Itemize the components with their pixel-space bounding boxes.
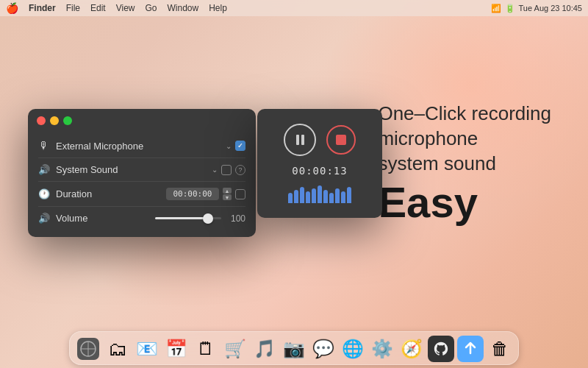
duration-icon: 🕐 [38,188,50,199]
system-sound-controls: ⌄ ? [212,165,245,175]
wave-bar-6 [318,185,322,203]
menubar-left: 🍎 Finder File Edit View Go Window Help [6,2,227,14]
close-button[interactable] [37,116,46,125]
wave-bar-11 [347,187,351,203]
pause-button[interactable] [284,124,316,156]
status-icons: 📶 🔋 Tue Aug 23 10:45 [491,4,582,13]
duration-controls: ▲ ▼ [166,188,245,200]
pause-bar-left [296,135,299,145]
dock-icon-calendar[interactable]: 📅 [163,336,190,362]
timer-display: 00:00:13 [292,165,347,177]
dock-icon-safari[interactable]: 🧭 [398,336,425,362]
dock-icon-store[interactable]: 🛒 [222,336,248,362]
volume-row: 🔊 Volume 100 [28,208,256,228]
microphone-row: 🎙 External Microphone ⌄ [28,135,256,156]
window-menu-item[interactable]: Window [168,3,199,13]
file-menu-item[interactable]: File [66,3,80,13]
duration-label: Duration [56,188,160,199]
dock-icon-mail[interactable]: 📧 [134,336,160,362]
minimize-button[interactable] [50,116,59,125]
dock-icon-music[interactable]: 🎵 [251,336,278,362]
text-line-2: microphone [378,127,551,152]
system-sound-icon: 🔊 [38,164,50,175]
wave-bar-5 [312,188,316,203]
pause-icon [296,135,304,145]
dock-icon-finder[interactable]: 🗂 [104,336,131,362]
wave-bar-1 [288,193,293,203]
duration-stepper: ▲ ▼ [223,188,232,200]
system-sound-chevron-icon[interactable]: ⌄ [212,166,218,174]
divider-1 [38,158,245,158]
wave-bar-2 [294,190,298,203]
system-sound-row: 🔊 System Sound ⌄ ? [28,160,256,180]
window-content: 🎙 External Microphone ⌄ 🔊 System Sound ⌄… [28,131,256,237]
text-line-3: system sound [378,152,551,177]
volume-value-display: 100 [225,213,245,224]
duration-stepper-down[interactable]: ▼ [223,194,232,200]
volume-label: Volume [56,213,149,224]
battery-icon: 🔋 [505,4,515,13]
dock-icon-wechat[interactable]: 🌐 [340,336,366,362]
microphone-icon: 🎙 [38,140,50,152]
datetime-display: Tue Aug 23 10:45 [519,4,582,13]
recording-controls-row [284,124,356,156]
duration-stepper-up[interactable]: ▲ [223,188,232,194]
system-sound-checkbox[interactable] [221,165,232,175]
duration-row: 🕐 Duration ▲ ▼ [28,183,256,205]
text-overlay: One–Click recording microphone system so… [378,102,551,226]
go-menu-item[interactable]: Go [146,3,157,13]
dock-icon-trash[interactable]: 🗑 [487,336,513,362]
wave-bar-8 [329,193,334,203]
stop-button[interactable] [326,125,356,155]
duration-checkbox[interactable] [235,189,245,199]
menubar-right: 📶 🔋 Tue Aug 23 10:45 [491,4,582,13]
stop-icon [336,135,346,145]
text-line-1: One–Click recording [378,102,551,127]
dock-icon-notes[interactable]: 🗒 [193,336,219,362]
view-menu-item[interactable]: View [116,3,135,13]
edit-menu-item[interactable]: Edit [90,3,106,13]
microphone-label: External Microphone [56,141,220,152]
wave-bar-3 [300,187,304,203]
wave-bar-4 [306,191,310,203]
text-line-easy: Easy [378,179,551,226]
duration-input[interactable] [166,188,219,200]
wave-bar-10 [341,191,345,203]
app-window: 🎙 External Microphone ⌄ 🔊 System Sound ⌄… [28,109,256,237]
microphone-checkbox[interactable] [235,141,245,151]
apple-menu-icon[interactable]: 🍎 [6,2,18,14]
wifi-icon: 📶 [491,4,501,13]
microphone-chevron-icon[interactable]: ⌄ [226,142,232,150]
wave-bar-7 [323,190,328,203]
title-bar [28,109,256,131]
dock-icon-photos[interactable]: 📷 [281,336,307,362]
volume-icon: 🔊 [38,213,50,224]
microphone-controls: ⌄ [226,141,245,151]
volume-controls: 100 [155,213,245,224]
pause-bar-right [301,135,304,145]
dock-icon-github[interactable] [428,336,454,362]
menubar: 🍎 Finder File Edit View Go Window Help 📶… [0,0,588,16]
dock-icon-settings[interactable]: ⚙️ [369,336,395,362]
system-sound-label: System Sound [56,164,206,175]
dock-icon-launchpad[interactable] [75,336,101,362]
dock: 🗂 📧 📅 🗒 🛒 🎵 📷 💬 🌐 ⚙️ 🧭 🗑 [69,331,519,365]
dock-icon-messages[interactable]: 💬 [310,336,337,362]
maximize-button[interactable] [63,116,72,125]
dock-icon-up[interactable] [457,336,484,362]
wave-bar-9 [335,188,340,203]
volume-slider[interactable] [155,217,221,219]
help-menu-item[interactable]: Help [209,3,227,13]
finder-menu-item[interactable]: Finder [29,3,56,13]
waveform [288,185,351,203]
system-sound-info-icon[interactable]: ? [235,165,245,175]
recording-panel: 00:00:13 [257,109,382,218]
divider-3 [38,206,245,207]
divider-2 [38,181,245,182]
